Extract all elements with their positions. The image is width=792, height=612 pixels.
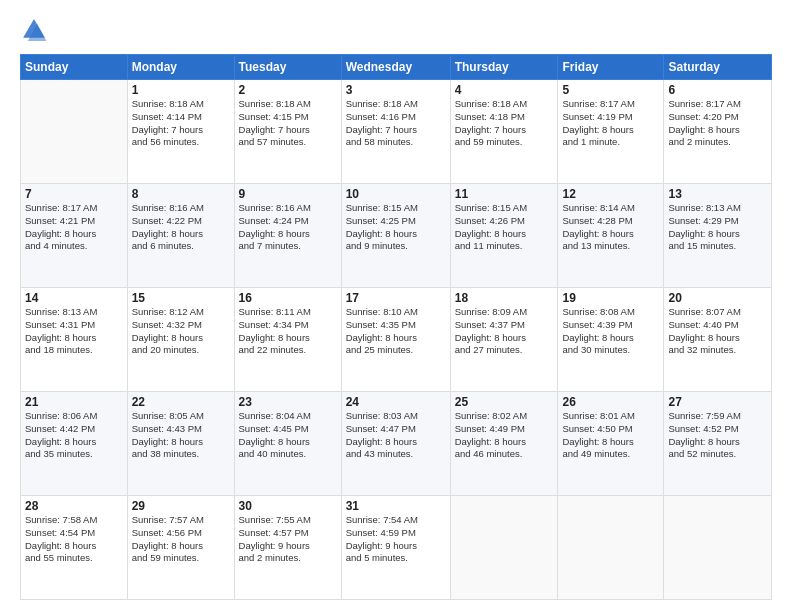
logo-icon: [20, 16, 48, 44]
day-info: Sunrise: 8:15 AM Sunset: 4:26 PM Dayligh…: [455, 202, 554, 253]
day-cell: 17Sunrise: 8:10 AM Sunset: 4:35 PM Dayli…: [341, 288, 450, 392]
col-header-tuesday: Tuesday: [234, 55, 341, 80]
week-row-1: 1Sunrise: 8:18 AM Sunset: 4:14 PM Daylig…: [21, 80, 772, 184]
day-cell: 28Sunrise: 7:58 AM Sunset: 4:54 PM Dayli…: [21, 496, 128, 600]
week-row-4: 21Sunrise: 8:06 AM Sunset: 4:42 PM Dayli…: [21, 392, 772, 496]
day-info: Sunrise: 8:12 AM Sunset: 4:32 PM Dayligh…: [132, 306, 230, 357]
day-info: Sunrise: 8:16 AM Sunset: 4:22 PM Dayligh…: [132, 202, 230, 253]
day-info: Sunrise: 7:57 AM Sunset: 4:56 PM Dayligh…: [132, 514, 230, 565]
day-info: Sunrise: 8:07 AM Sunset: 4:40 PM Dayligh…: [668, 306, 767, 357]
day-cell: 24Sunrise: 8:03 AM Sunset: 4:47 PM Dayli…: [341, 392, 450, 496]
day-info: Sunrise: 8:18 AM Sunset: 4:15 PM Dayligh…: [239, 98, 337, 149]
day-cell: 15Sunrise: 8:12 AM Sunset: 4:32 PM Dayli…: [127, 288, 234, 392]
day-info: Sunrise: 8:14 AM Sunset: 4:28 PM Dayligh…: [562, 202, 659, 253]
day-number: 30: [239, 499, 337, 513]
day-cell: 27Sunrise: 7:59 AM Sunset: 4:52 PM Dayli…: [664, 392, 772, 496]
day-info: Sunrise: 8:18 AM Sunset: 4:14 PM Dayligh…: [132, 98, 230, 149]
day-number: 26: [562, 395, 659, 409]
day-cell: [558, 496, 664, 600]
day-cell: 10Sunrise: 8:15 AM Sunset: 4:25 PM Dayli…: [341, 184, 450, 288]
day-number: 2: [239, 83, 337, 97]
day-cell: 25Sunrise: 8:02 AM Sunset: 4:49 PM Dayli…: [450, 392, 558, 496]
day-number: 27: [668, 395, 767, 409]
day-cell: 1Sunrise: 8:18 AM Sunset: 4:14 PM Daylig…: [127, 80, 234, 184]
day-number: 3: [346, 83, 446, 97]
day-info: Sunrise: 8:15 AM Sunset: 4:25 PM Dayligh…: [346, 202, 446, 253]
day-number: 8: [132, 187, 230, 201]
day-info: Sunrise: 8:09 AM Sunset: 4:37 PM Dayligh…: [455, 306, 554, 357]
day-cell: 26Sunrise: 8:01 AM Sunset: 4:50 PM Dayli…: [558, 392, 664, 496]
day-info: Sunrise: 8:01 AM Sunset: 4:50 PM Dayligh…: [562, 410, 659, 461]
day-number: 10: [346, 187, 446, 201]
col-header-wednesday: Wednesday: [341, 55, 450, 80]
day-number: 17: [346, 291, 446, 305]
day-number: 20: [668, 291, 767, 305]
day-cell: 29Sunrise: 7:57 AM Sunset: 4:56 PM Dayli…: [127, 496, 234, 600]
day-cell: 20Sunrise: 8:07 AM Sunset: 4:40 PM Dayli…: [664, 288, 772, 392]
day-cell: 12Sunrise: 8:14 AM Sunset: 4:28 PM Dayli…: [558, 184, 664, 288]
day-info: Sunrise: 8:18 AM Sunset: 4:18 PM Dayligh…: [455, 98, 554, 149]
day-number: 4: [455, 83, 554, 97]
col-header-friday: Friday: [558, 55, 664, 80]
calendar-body: 1Sunrise: 8:18 AM Sunset: 4:14 PM Daylig…: [21, 80, 772, 600]
day-cell: 18Sunrise: 8:09 AM Sunset: 4:37 PM Dayli…: [450, 288, 558, 392]
day-cell: 30Sunrise: 7:55 AM Sunset: 4:57 PM Dayli…: [234, 496, 341, 600]
day-info: Sunrise: 8:17 AM Sunset: 4:20 PM Dayligh…: [668, 98, 767, 149]
week-row-5: 28Sunrise: 7:58 AM Sunset: 4:54 PM Dayli…: [21, 496, 772, 600]
day-number: 29: [132, 499, 230, 513]
day-number: 25: [455, 395, 554, 409]
day-number: 31: [346, 499, 446, 513]
day-cell: 4Sunrise: 8:18 AM Sunset: 4:18 PM Daylig…: [450, 80, 558, 184]
day-number: 9: [239, 187, 337, 201]
day-cell: 21Sunrise: 8:06 AM Sunset: 4:42 PM Dayli…: [21, 392, 128, 496]
day-info: Sunrise: 8:17 AM Sunset: 4:19 PM Dayligh…: [562, 98, 659, 149]
day-info: Sunrise: 8:08 AM Sunset: 4:39 PM Dayligh…: [562, 306, 659, 357]
day-number: 7: [25, 187, 123, 201]
day-info: Sunrise: 8:18 AM Sunset: 4:16 PM Dayligh…: [346, 98, 446, 149]
day-cell: 22Sunrise: 8:05 AM Sunset: 4:43 PM Dayli…: [127, 392, 234, 496]
day-cell: 9Sunrise: 8:16 AM Sunset: 4:24 PM Daylig…: [234, 184, 341, 288]
day-number: 1: [132, 83, 230, 97]
day-info: Sunrise: 8:17 AM Sunset: 4:21 PM Dayligh…: [25, 202, 123, 253]
day-number: 5: [562, 83, 659, 97]
day-info: Sunrise: 8:13 AM Sunset: 4:31 PM Dayligh…: [25, 306, 123, 357]
day-cell: 14Sunrise: 8:13 AM Sunset: 4:31 PM Dayli…: [21, 288, 128, 392]
day-info: Sunrise: 7:59 AM Sunset: 4:52 PM Dayligh…: [668, 410, 767, 461]
day-cell: 13Sunrise: 8:13 AM Sunset: 4:29 PM Dayli…: [664, 184, 772, 288]
day-cell: 23Sunrise: 8:04 AM Sunset: 4:45 PM Dayli…: [234, 392, 341, 496]
day-cell: 31Sunrise: 7:54 AM Sunset: 4:59 PM Dayli…: [341, 496, 450, 600]
day-number: 15: [132, 291, 230, 305]
day-info: Sunrise: 8:16 AM Sunset: 4:24 PM Dayligh…: [239, 202, 337, 253]
day-cell: 16Sunrise: 8:11 AM Sunset: 4:34 PM Dayli…: [234, 288, 341, 392]
col-header-saturday: Saturday: [664, 55, 772, 80]
day-cell: 7Sunrise: 8:17 AM Sunset: 4:21 PM Daylig…: [21, 184, 128, 288]
column-headers: SundayMondayTuesdayWednesdayThursdayFrid…: [21, 55, 772, 80]
day-number: 14: [25, 291, 123, 305]
day-number: 11: [455, 187, 554, 201]
logo: [20, 16, 52, 44]
day-info: Sunrise: 8:11 AM Sunset: 4:34 PM Dayligh…: [239, 306, 337, 357]
day-number: 23: [239, 395, 337, 409]
col-header-monday: Monday: [127, 55, 234, 80]
day-number: 12: [562, 187, 659, 201]
day-number: 24: [346, 395, 446, 409]
col-header-sunday: Sunday: [21, 55, 128, 80]
day-info: Sunrise: 8:10 AM Sunset: 4:35 PM Dayligh…: [346, 306, 446, 357]
day-number: 18: [455, 291, 554, 305]
day-cell: 5Sunrise: 8:17 AM Sunset: 4:19 PM Daylig…: [558, 80, 664, 184]
day-cell: 19Sunrise: 8:08 AM Sunset: 4:39 PM Dayli…: [558, 288, 664, 392]
day-number: 22: [132, 395, 230, 409]
day-info: Sunrise: 7:54 AM Sunset: 4:59 PM Dayligh…: [346, 514, 446, 565]
day-cell: 6Sunrise: 8:17 AM Sunset: 4:20 PM Daylig…: [664, 80, 772, 184]
day-number: 21: [25, 395, 123, 409]
day-cell: 11Sunrise: 8:15 AM Sunset: 4:26 PM Dayli…: [450, 184, 558, 288]
col-header-thursday: Thursday: [450, 55, 558, 80]
day-info: Sunrise: 8:13 AM Sunset: 4:29 PM Dayligh…: [668, 202, 767, 253]
day-cell: [664, 496, 772, 600]
day-info: Sunrise: 7:58 AM Sunset: 4:54 PM Dayligh…: [25, 514, 123, 565]
day-info: Sunrise: 8:04 AM Sunset: 4:45 PM Dayligh…: [239, 410, 337, 461]
day-cell: 8Sunrise: 8:16 AM Sunset: 4:22 PM Daylig…: [127, 184, 234, 288]
day-number: 6: [668, 83, 767, 97]
day-cell: [450, 496, 558, 600]
day-number: 28: [25, 499, 123, 513]
